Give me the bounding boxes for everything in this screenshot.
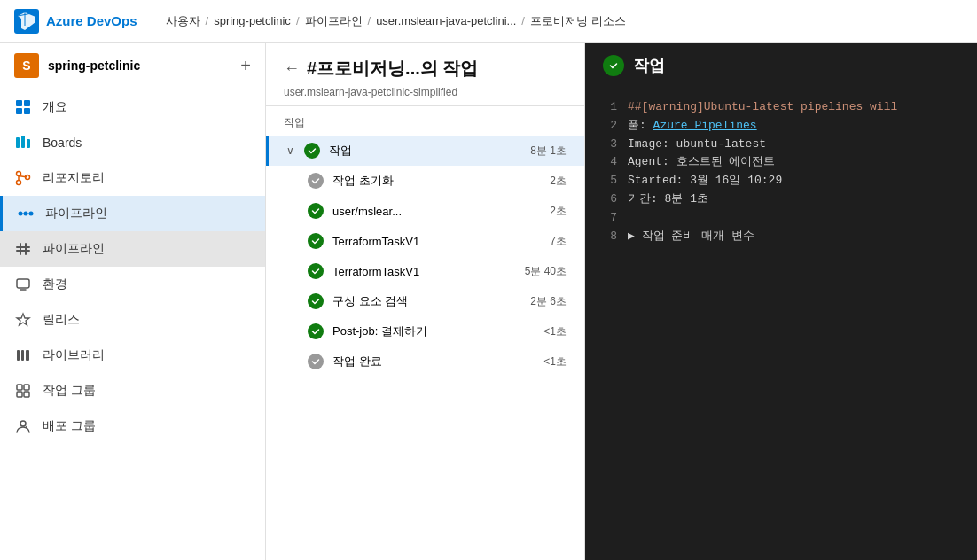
svg-rect-20	[21, 350, 24, 361]
job-item-terraform2[interactable]: TerraformTaskV1 5분 40초	[266, 256, 584, 286]
breadcrumb-item-0[interactable]: 사용자	[166, 13, 200, 29]
svg-rect-24	[17, 392, 22, 397]
svg-rect-22	[17, 385, 22, 390]
svg-rect-18	[17, 279, 29, 288]
svg-rect-3	[16, 108, 22, 114]
job-time-init: 2초	[550, 174, 567, 189]
svg-rect-17	[25, 243, 27, 255]
sidebar-item-label-release: 릴리스	[43, 312, 80, 328]
job-item-search[interactable]: 구성 요소 검색 2분 6초	[266, 286, 584, 316]
main-layout: S spring-petclinic + 개요	[0, 43, 977, 560]
job-name-search: 구성 요소 검색	[332, 293, 530, 309]
sidebar-item-boards[interactable]: Boards	[0, 125, 265, 160]
job-time-search: 2분 6초	[530, 294, 567, 309]
job-time-terraform1: 7초	[550, 234, 567, 249]
job-time-main: 8분 1초	[530, 144, 567, 159]
sidebar-item-deploygroup[interactable]: 배포 그룹	[0, 408, 265, 444]
log-num-3: 3	[599, 136, 617, 154]
log-num-7: 7	[599, 209, 617, 228]
sidebar-item-pipeline2[interactable]: 파이프라인	[0, 231, 265, 267]
job-panel-back-row: ← #프로비저닝...의 작업	[284, 57, 567, 81]
sidebar-item-pipeline1[interactable]: 파이프라인	[0, 196, 265, 231]
svg-point-26	[20, 421, 26, 426]
job-name-init: 작업 초기화	[332, 173, 550, 189]
status-icon-usermsl	[308, 203, 325, 219]
log-panel: 작업 1 ##[warning]Ubuntu-latest pipelines …	[585, 43, 977, 560]
breadcrumb-item-4[interactable]: 프로비저닝 리소스	[530, 13, 626, 29]
sidebar-item-label-boards: Boards	[43, 136, 82, 150]
log-line-5: 5 Started: 3월 16일 10:29	[599, 172, 963, 191]
job-item-complete[interactable]: 작업 완료 <1초	[266, 346, 584, 377]
log-status-icon	[603, 55, 624, 76]
log-line-4: 4 Agent: 호스트된 에이전트	[599, 153, 963, 172]
log-num-4: 4	[599, 153, 617, 172]
sidebar: S spring-petclinic + 개요	[0, 43, 266, 560]
taskgroup-icon	[14, 382, 32, 400]
sidebar-item-overview[interactable]: 개요	[0, 89, 265, 125]
job-item-postjob[interactable]: Post-job: 결제하기 <1초	[266, 316, 584, 346]
project-name: spring-petclinic	[48, 58, 140, 73]
job-item-main[interactable]: ∨ 작업 8분 1초	[266, 136, 584, 166]
sidebar-item-env[interactable]: 환경	[0, 267, 265, 302]
back-arrow-button[interactable]: ←	[284, 59, 300, 78]
azure-devops-logo-icon	[14, 9, 39, 34]
sidebar-item-taskgroup[interactable]: 작업 그룹	[0, 373, 265, 408]
sidebar-item-repo[interactable]: 리포지토리	[0, 160, 265, 196]
job-name-main: 작업	[329, 143, 530, 159]
sidebar-item-label-pipeline2: 파이프라인	[43, 241, 105, 257]
job-list: ∨ 작업 8분 1초 작업 초기	[266, 136, 584, 560]
log-line-3: 3 Image: ubuntu-latest	[599, 136, 963, 154]
sidebar-item-label-env: 환경	[43, 276, 67, 292]
status-icon-postjob	[308, 323, 325, 339]
breadcrumb-item-1[interactable]: spring-petclinic	[214, 14, 291, 27]
status-icon-search	[308, 293, 325, 309]
sidebar-item-label-overview: 개요	[43, 99, 67, 115]
status-icon-terraform2	[308, 263, 325, 279]
job-item-terraform1[interactable]: TerraformTaskV1 7초	[266, 226, 584, 256]
job-item-usermsl[interactable]: user/mslear... 2초	[266, 196, 584, 226]
breadcrumb-item-2[interactable]: 파이프라인	[305, 13, 363, 29]
job-item-init[interactable]: 작업 초기화 2초	[266, 166, 584, 196]
pipeline-icon-2	[14, 240, 32, 258]
sidebar-item-label-repo: 리포지토리	[43, 170, 105, 186]
breadcrumb-sep-2: /	[368, 14, 371, 27]
svg-rect-14	[16, 246, 30, 248]
svg-point-12	[24, 212, 28, 216]
log-num-2: 2	[599, 117, 617, 136]
log-line-6: 6 기간: 8분 1초	[599, 191, 963, 209]
log-title: 작업	[633, 55, 665, 76]
azure-pipelines-link[interactable]: Azure Pipelines	[653, 119, 757, 132]
log-text-5: Started: 3월 16일 10:29	[628, 172, 782, 191]
svg-point-9	[17, 181, 21, 185]
log-text-6: 기간: 8분 1초	[628, 191, 708, 209]
svg-rect-6	[21, 136, 25, 148]
log-num-8: 8	[599, 228, 617, 246]
sidebar-item-release[interactable]: 릴리스	[0, 302, 265, 338]
status-icon-terraform1	[308, 233, 325, 249]
logo-area: Azure DevOps	[14, 9, 137, 34]
job-time-terraform2: 5분 40초	[525, 264, 567, 279]
log-num-1: 1	[599, 98, 617, 117]
svg-rect-23	[24, 385, 29, 390]
svg-rect-21	[26, 350, 29, 361]
job-name-usermsl: user/mslear...	[332, 205, 550, 218]
svg-rect-5	[16, 137, 20, 148]
job-panel-title: #프로비저닝...의 작업	[307, 57, 478, 81]
library-icon	[14, 346, 32, 364]
breadcrumb-item-3[interactable]: user.mslearn-java-petclini...	[376, 14, 516, 27]
log-line-2: 2 풀: Azure Pipelines	[599, 117, 963, 136]
sidebar-item-library[interactable]: 라이브러리	[0, 338, 265, 373]
sidebar-header: S spring-petclinic +	[0, 43, 265, 89]
breadcrumb-sep-1: /	[296, 14, 300, 27]
log-text-3: Image: ubuntu-latest	[628, 136, 766, 154]
svg-point-11	[19, 212, 23, 216]
status-icon-complete	[308, 354, 325, 369]
job-time-usermsl: 2초	[550, 204, 567, 219]
add-project-button[interactable]: +	[240, 57, 251, 74]
job-section-label: 작업	[266, 106, 584, 136]
svg-rect-25	[24, 392, 29, 397]
svg-rect-19	[17, 350, 20, 361]
breadcrumb-sep-0: /	[206, 14, 209, 27]
brand-name: Azure DevOps	[46, 13, 137, 28]
svg-rect-1	[16, 100, 22, 106]
